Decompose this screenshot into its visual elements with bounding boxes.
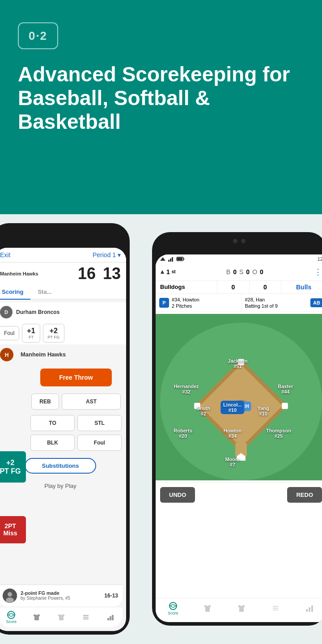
reb-button[interactable]: REB: [31, 394, 59, 410]
app-logo: 0·2: [18, 22, 58, 49]
plus2ptfg-button[interactable]: +2 PT FG: [43, 324, 64, 343]
baseball-nav-jersey2[interactable]: [237, 603, 246, 613]
plus1ft-lbl: FT: [27, 335, 35, 339]
team1-score: 16: [78, 264, 96, 283]
foul2-button[interactable]: Foul: [77, 435, 122, 451]
free-throw-button[interactable]: Free Throw: [40, 369, 112, 386]
svg-rect-17: [183, 258, 184, 260]
undo-button[interactable]: UNDO: [160, 487, 195, 503]
basketball-screen: Exit Period 1 ▾ Manheim Hawks 16 13 Scor…: [0, 248, 126, 631]
inning-num: 1: [166, 268, 170, 275]
hawks-team-row: H Manheim Hawks: [0, 344, 126, 365]
inning-info: 1 st: [160, 268, 176, 275]
opponent-team-row: D Durham Broncos: [0, 302, 126, 322]
camera-dot-1: [233, 239, 237, 243]
count-info: B 0 S 0 O 0: [226, 268, 263, 275]
svg-rect-42: [311, 606, 313, 612]
batter-batting-info: Batting 1st of 9: [245, 303, 278, 309]
plus1ft-num: +1: [27, 327, 35, 335]
s-val: 0: [246, 268, 250, 275]
svg-marker-12: [160, 257, 165, 261]
2pt-miss-side-button[interactable]: 2PT Miss: [0, 516, 26, 544]
hero-title: Advanced Scorekeeping for Baseball, Soft…: [18, 63, 304, 134]
nav-jersey2[interactable]: [57, 613, 66, 622]
baseball-nav-chart[interactable]: [305, 603, 314, 613]
player-jackson: Jackson#51: [228, 358, 247, 369]
player-lincoln: Lincol...#10: [220, 401, 245, 414]
substitutions-button[interactable]: Substitutions: [25, 458, 96, 474]
pitcher-badge: P: [159, 298, 169, 308]
team1-score2: 0: [250, 281, 282, 293]
baseball-nav-list[interactable]: [271, 603, 280, 613]
logo-text: 0·2: [29, 29, 47, 43]
inning-suffix: st: [172, 269, 176, 274]
basketball-bottom-nav: Score: [0, 607, 123, 627]
batter-name: #28, Han: [245, 297, 278, 303]
svg-rect-18: [177, 258, 182, 260]
pitcher-cell: P #34, Howton 2 Pitches: [156, 294, 242, 312]
baseball-nav-jersey1[interactable]: [203, 603, 212, 613]
player-baxter: Baxter#44: [278, 384, 293, 394]
baseball-bottom-bar: UNDO REDO: [156, 482, 322, 507]
svg-marker-19: [161, 270, 164, 274]
svg-rect-14: [170, 258, 171, 262]
batter-info: #28, Han Batting 1st of 9: [245, 297, 278, 309]
hawks-avatar: H: [0, 348, 13, 361]
status-time: 12: [318, 256, 322, 262]
player-hernandez: Hernandez#32: [174, 384, 199, 394]
notification-bar: 2-point FG made by Stephanie Powers, #5 …: [0, 585, 123, 606]
hero-section: 0·2 Advanced Scorekeeping for Baseball, …: [0, 0, 322, 214]
svg-rect-13: [168, 260, 169, 262]
baseball-field: PITCH Hernandez#32 Jackson#51 Baxter#44 …: [156, 312, 322, 482]
b-label: B: [226, 268, 230, 275]
opponent-avatar: D: [0, 306, 13, 318]
stl-button[interactable]: STL: [77, 415, 122, 431]
blk-button[interactable]: BLK: [30, 435, 75, 451]
player-howton: Howton#34: [224, 428, 242, 439]
player-smith: Smith#2: [197, 406, 211, 416]
svg-rect-28: [282, 403, 288, 409]
score-row: Manheim Hawks 16 13: [0, 263, 126, 285]
team2-score: 13: [103, 264, 121, 283]
baseball-nav-score[interactable]: Score: [168, 601, 178, 615]
status-icons: [159, 256, 185, 262]
svg-rect-15: [172, 257, 173, 262]
team1-score1: 0: [217, 281, 250, 293]
team1-scoreboard: Bulldogs: [156, 281, 217, 293]
nav-list[interactable]: [81, 613, 90, 622]
foul-button[interactable]: Foul: [0, 326, 19, 340]
nav-score[interactable]: Score: [6, 610, 17, 624]
tab-stats[interactable]: Sta...: [30, 285, 59, 299]
svg-point-3: [8, 592, 12, 597]
ast-button[interactable]: AST: [62, 394, 121, 410]
redo-button[interactable]: REDO: [287, 487, 322, 503]
nav-chart[interactable]: [106, 613, 115, 622]
svg-rect-40: [306, 609, 308, 612]
pitcher-name: #34, Howton: [172, 297, 199, 303]
svg-rect-41: [309, 607, 310, 612]
batter-cell: #28, Han Batting 1st of 9 AB: [242, 294, 322, 312]
basketball-header: Exit Period 1 ▾: [0, 248, 126, 263]
player-roberts: Roberts#20: [174, 428, 192, 439]
opponent-team-name: Durham Broncos: [16, 309, 121, 315]
player-moore: Moore#7: [225, 457, 240, 467]
pitcher-pitches: 2 Pitches: [172, 303, 199, 309]
player-thompson: Thompson#25: [266, 428, 291, 439]
period-selector[interactable]: Period 1 ▾: [93, 251, 121, 258]
stat-grid: REB AST: [0, 388, 126, 415]
svg-rect-11: [112, 615, 114, 620]
to-button[interactable]: TO: [30, 415, 75, 431]
nav-jersey1[interactable]: [32, 613, 41, 622]
baseball-screen: 12 1 st B 0 S 0 O 0 ⋮: [156, 254, 322, 622]
baseball-nav-score-label: Score: [168, 611, 178, 615]
camera-dot-2: [241, 239, 246, 243]
plus1ft-button[interactable]: +1 FT: [22, 324, 40, 343]
notif-main-text: 2-point FG made: [21, 590, 101, 596]
pitcher-batter-row: P #34, Howton 2 Pitches #28, Han Batting…: [156, 294, 322, 313]
exit-button[interactable]: Exit: [0, 251, 10, 258]
cameras: [233, 239, 246, 243]
menu-button[interactable]: ⋮: [314, 267, 322, 277]
blk-foul-row: BLK Foul: [0, 433, 126, 453]
plus2ptfg-side-button[interactable]: +2 PT FG: [0, 451, 26, 483]
tab-scoring[interactable]: Scoring: [0, 285, 30, 300]
